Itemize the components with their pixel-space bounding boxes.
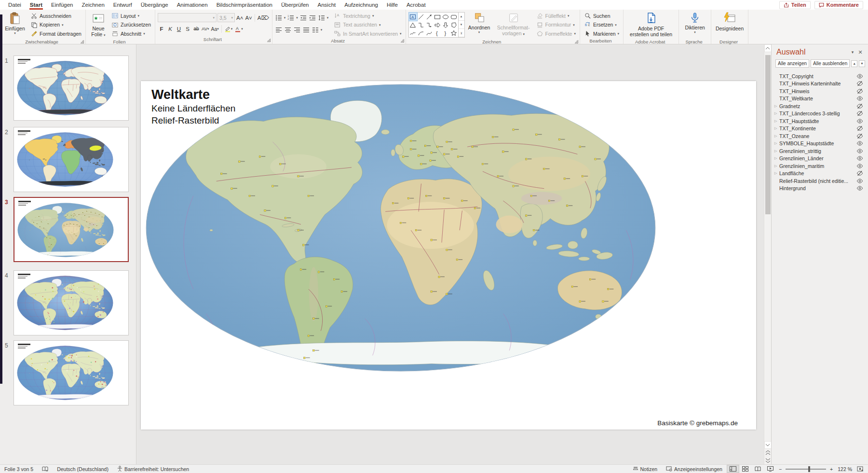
selection-item-Gradnetz[interactable]: ▷ Gradnetz	[772, 102, 868, 110]
align-left-button[interactable]	[275, 26, 283, 34]
selection-item-Relief-Rasterbild-nicht-editie[interactable]: Relief-Rasterbild (nicht editie...	[772, 177, 868, 185]
menu-tab-entwurf[interactable]: Entwurf	[109, 0, 136, 10]
shape-scribble-button[interactable]	[409, 29, 417, 37]
shape-effects-button[interactable]: Formeffekte▾	[535, 29, 577, 38]
spelling-button[interactable]	[38, 465, 53, 473]
view-slideshow-button[interactable]	[764, 465, 777, 473]
shape-fill-button[interactable]: Fülleffekt▾	[535, 12, 577, 20]
selection-item-TXT-Kontinente[interactable]: ▷ TXT_Kontinente	[772, 125, 868, 133]
section-button[interactable]: Abschnitt ▾	[110, 29, 152, 38]
scrollbar-thumb[interactable]	[765, 55, 771, 214]
dialog-launcher[interactable]	[267, 39, 271, 42]
comments-button[interactable]: Kommentare	[814, 1, 863, 9]
slide-thumbnail-5[interactable]	[14, 340, 129, 405]
visibility-on-toggle[interactable]	[854, 118, 865, 124]
dialog-launcher[interactable]	[81, 40, 84, 43]
zoom-level[interactable]: 122 %	[835, 465, 855, 473]
shape-outline-button[interactable]: Formkontur▾	[535, 21, 577, 29]
shape-oval-button[interactable]	[442, 13, 450, 21]
font-color-button[interactable]: A▾	[234, 25, 244, 33]
menu-tab-einfgen[interactable]: Einfügen	[47, 0, 77, 10]
next-slide-button[interactable]	[764, 457, 772, 464]
menu-tab-berprfen[interactable]: Überprüfen	[277, 0, 313, 10]
increase-indent-button[interactable]	[309, 14, 316, 22]
visibility-on-toggle[interactable]	[854, 148, 865, 154]
shape-textbox-button[interactable]: A	[409, 13, 417, 21]
pane-options-button[interactable]: ▾	[849, 50, 856, 55]
visibility-off-toggle[interactable]	[854, 170, 865, 176]
view-reading-button[interactable]	[752, 465, 764, 473]
notes-button[interactable]: Notizen	[628, 465, 662, 473]
zoom-out-button[interactable]: −	[777, 465, 784, 473]
collapse-ribbon-button[interactable]: ▴	[861, 468, 863, 472]
expand-arrow-icon[interactable]: ▷	[774, 164, 779, 168]
slide-thumbnail-1[interactable]	[14, 56, 129, 121]
slide-thumbnail-4[interactable]	[14, 270, 129, 335]
smartart-button[interactable]: In SmartArt konvertieren▾	[332, 29, 403, 38]
highlight-color-button[interactable]: ▾	[224, 25, 233, 33]
numbering-button[interactable]: 12	[287, 14, 295, 22]
menu-tab-animationen[interactable]: Animationen	[173, 0, 212, 10]
scroll-down-button[interactable]	[764, 441, 772, 449]
format-painter-button[interactable]: Format übertragen	[29, 29, 83, 38]
view-normal-button[interactable]	[727, 465, 739, 473]
slide[interactable]: Weltkarte Keine Länderflächen Relief-Ras…	[141, 81, 756, 430]
dictate-button[interactable]: Diktieren ▾	[681, 11, 708, 39]
shape-curve-button[interactable]	[425, 29, 434, 37]
char-spacing-button[interactable]: AV▾	[201, 25, 209, 33]
select-button[interactable]: Markieren▾	[583, 29, 621, 38]
share-button[interactable]: Teilen	[779, 1, 811, 9]
visibility-on-toggle[interactable]	[854, 178, 865, 184]
shape-rectangle-button[interactable]	[434, 13, 442, 21]
shape-triangle-button[interactable]	[409, 21, 417, 29]
accessibility-button[interactable]: Barrierefreiheit: Untersuchen	[113, 465, 193, 473]
visibility-on-toggle[interactable]	[854, 155, 865, 161]
new-slide-button[interactable]: Neue Folie ▾	[88, 11, 108, 39]
visibility-off-toggle[interactable]	[854, 125, 865, 131]
previous-slide-button[interactable]	[764, 449, 772, 457]
menu-tab-bergnge[interactable]: Übergänge	[136, 0, 173, 10]
visibility-on-toggle[interactable]	[854, 73, 865, 79]
arrange-button[interactable]: Anordnen ▾	[466, 11, 492, 39]
shape-right-arrow-button[interactable]	[434, 21, 442, 29]
change-case-button[interactable]: Aa▾	[210, 25, 219, 33]
selection-item-Landfl-che[interactable]: ▷ Landfläche	[772, 170, 868, 178]
expand-arrow-icon[interactable]: ▷	[774, 119, 779, 123]
font-name-select[interactable]: ▾	[158, 13, 217, 22]
dialog-launcher[interactable]	[575, 40, 578, 43]
zoom-slider[interactable]	[786, 469, 826, 470]
expand-arrow-icon[interactable]: ▷	[774, 126, 779, 130]
font-size-select[interactable]: 3,5▾	[217, 13, 235, 22]
menu-tab-ansicht[interactable]: Ansicht	[313, 0, 340, 10]
shape-elbow-connector-button[interactable]	[417, 21, 425, 29]
bring-forward-button[interactable]: ▲	[851, 60, 857, 67]
shape-line-button[interactable]	[417, 13, 425, 21]
increase-font-button[interactable]: A˄	[236, 14, 244, 22]
slide-indicator[interactable]: Folie 3 von 5	[0, 465, 38, 473]
canvas-scrollbar[interactable]	[764, 44, 771, 464]
align-center-button[interactable]	[284, 26, 292, 34]
layout-button[interactable]: Layout ▾	[110, 12, 152, 20]
selection-item-TXT-Hinweis[interactable]: TXT_Hinweis	[772, 87, 868, 95]
copy-button[interactable]: Kopieren ▾	[29, 21, 83, 29]
selection-item-Grenzlinien-L-nder[interactable]: ▷ Grenzlinien_Länder	[772, 155, 868, 163]
reset-button[interactable]: Zurücksetzen	[110, 21, 152, 29]
selection-item-TXT-Copyright[interactable]: TXT_Copyright	[772, 72, 868, 80]
bold-button[interactable]: F	[158, 25, 165, 33]
shape-arrow-button[interactable]	[425, 13, 434, 21]
justify-button[interactable]	[302, 26, 310, 34]
shape-down-arrow-button[interactable]	[442, 21, 450, 29]
paste-button[interactable]: Einfügen ▾	[2, 11, 27, 39]
menu-tab-aufzeichnung[interactable]: Aufzeichnung	[340, 0, 382, 10]
text-direction-button[interactable]: A Textrichtung▾	[332, 12, 403, 20]
menu-tab-acrobat[interactable]: Acrobat	[402, 0, 430, 10]
show-all-button[interactable]: Alle anzeigen	[775, 59, 809, 68]
selection-item-Hintergrund[interactable]: Hintergrund	[772, 185, 868, 193]
clear-formatting-button[interactable]: A⌦	[257, 14, 270, 22]
menu-tab-hilfe[interactable]: Hilfe	[382, 0, 402, 10]
selection-item-TXT-Hinweis-Karteninhalte[interactable]: TXT_Hinweis Karteninhalte	[772, 80, 868, 88]
shapes-gallery-scroll[interactable]: ▲▼⊻	[458, 13, 464, 37]
shape-elbow-arrow-button[interactable]	[425, 21, 434, 29]
visibility-on-toggle[interactable]	[854, 96, 865, 101]
find-button[interactable]: Suchen	[583, 12, 621, 20]
